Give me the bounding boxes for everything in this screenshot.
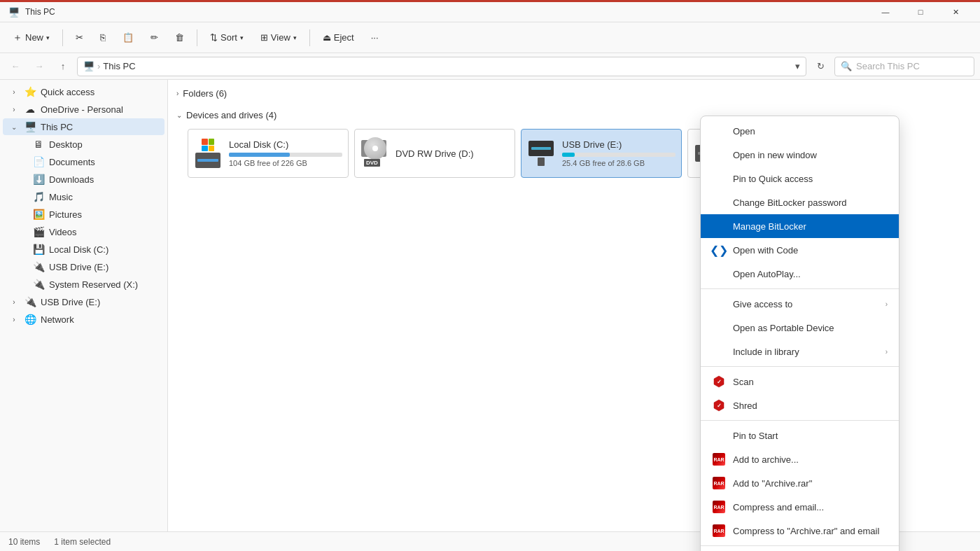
expand-icon: › — [8, 314, 20, 325]
refresh-button[interactable]: ↻ — [811, 57, 830, 76]
ctx-give-access[interactable]: Give access to › — [701, 292, 899, 316]
ctx-manage-bitlocker[interactable]: Manage BitLocker — [701, 214, 899, 238]
expand-icon — [22, 174, 28, 185]
ctx-open-portable[interactable]: Open as Portable Device — [701, 316, 899, 340]
delete-button[interactable]: 🗑 — [168, 29, 191, 46]
minimize-button[interactable]: — — [869, 1, 902, 23]
dvd-d-icon: DVD — [360, 139, 388, 167]
ctx-give-access-arrow: › — [886, 300, 888, 308]
drive-local-disk-c[interactable]: Local Disk (C:) 104 GB free of 226 GB — [188, 129, 349, 178]
paste-button[interactable]: 📋 — [115, 29, 141, 46]
cut-button[interactable]: ✂ — [69, 29, 90, 46]
sidebar-item-pictures[interactable]: 🖼️ Pictures — [3, 206, 164, 223]
svg-text:✓: ✓ — [717, 379, 722, 385]
drive-usb-e[interactable]: USB Drive (E:) 25.4 GB free of 28.6 GB — [521, 129, 682, 178]
usb-2-icon: 🔌 — [24, 295, 36, 308]
eject-button[interactable]: ⏏ Eject — [316, 29, 361, 46]
sidebar-item-local-disk-c[interactable]: 💾 Local Disk (C:) — [3, 241, 164, 258]
view-button[interactable]: ⊞ View ▾ — [253, 29, 304, 46]
path-icon: 🖥️ — [83, 61, 94, 71]
ctx-compress-rar-email[interactable]: RAR Compress to "Archive.rar" and email — [701, 519, 899, 543]
usb-e-space: 25.4 GB free of 28.6 GB — [562, 159, 676, 167]
maximize-button[interactable]: □ — [904, 1, 937, 23]
search-box[interactable]: 🔍 Search This PC — [834, 57, 974, 76]
up-button[interactable]: ↑ — [53, 57, 73, 76]
sidebar-item-onedrive[interactable]: › ☁ OneDrive - Personal — [3, 101, 164, 118]
back-button[interactable]: ← — [6, 57, 25, 76]
ctx-change-bitlocker[interactable]: Change BitLocker password — [701, 190, 899, 214]
ctx-sep-2 — [701, 366, 899, 367]
expand-icon — [22, 139, 28, 150]
sidebar-item-videos[interactable]: 🎬 Videos — [3, 223, 164, 240]
new-button[interactable]: ＋ New ▾ — [6, 28, 57, 48]
ctx-pin-start[interactable]: Pin to Start — [701, 424, 899, 447]
ctx-add-archive[interactable]: RAR Add to archive... — [701, 447, 899, 471]
folders-section-header[interactable]: › Folders (6) — [176, 85, 972, 102]
ctx-pin-start-label: Pin to Start — [733, 431, 888, 441]
local-disk-icon: 💾 — [32, 243, 45, 256]
sidebar-item-system-reserved[interactable]: 🔌 System Reserved (X:) — [3, 276, 164, 293]
ctx-open-code-label: Open with Code — [733, 245, 888, 256]
sort-label: Sort — [220, 32, 237, 43]
sidebar-item-this-pc[interactable]: ⌄ 🖥️ This PC — [3, 118, 164, 135]
address-dropdown-icon[interactable]: ▾ — [795, 61, 800, 71]
sidebar-item-downloads[interactable]: ⬇️ Downloads — [3, 171, 164, 188]
expand-icon — [22, 226, 28, 237]
ctx-scan[interactable]: ✓ Scan — [701, 370, 899, 393]
ctx-open-new-window[interactable]: Open in new window — [701, 143, 899, 167]
dvd-d-name: DVD RW Drive (D:) — [396, 148, 509, 159]
ctx-open[interactable]: Open — [701, 119, 899, 143]
breadcrumb-separator: › — [97, 61, 100, 71]
expand-icon: › — [8, 86, 20, 97]
more-button[interactable]: ··· — [364, 29, 386, 46]
drive-dvd-d[interactable]: DVD DVD RW Drive (D:) — [354, 129, 515, 178]
ctx-sep-3 — [701, 420, 899, 421]
local-disk-c-space: 104 GB free of 226 GB — [229, 159, 342, 167]
close-button[interactable]: ✕ — [939, 1, 972, 23]
copy-tool-button[interactable]: ⎘ — [93, 29, 113, 46]
ctx-compress-rar-email-label: Compress to "Archive.rar" and email — [733, 526, 888, 536]
sidebar-item-desktop[interactable]: 🖥 Desktop — [3, 136, 164, 153]
rename-button[interactable]: ✏ — [144, 29, 165, 46]
ctx-open-icon — [712, 124, 726, 138]
svg-text:✓: ✓ — [717, 403, 722, 409]
ctx-add-archive-rar[interactable]: RAR Add to "Archive.rar" — [701, 471, 899, 495]
ctx-archive-rar-icon: RAR — [712, 476, 726, 490]
ctx-open-autoplay[interactable]: Open AutoPlay... — [701, 262, 899, 286]
ctx-shred[interactable]: ✓ Shred — [701, 393, 899, 417]
sidebar-item-quick-access[interactable]: › ⭐ Quick access — [3, 83, 164, 100]
toolbar-sep-1 — [62, 29, 63, 46]
usb-e-info: USB Drive (E:) 25.4 GB free of 28.6 GB — [562, 139, 676, 167]
ctx-include-library[interactable]: Include in library › — [701, 340, 899, 363]
sidebar-item-usb-2[interactable]: › 🔌 USB Drive (E:) — [3, 293, 164, 310]
drives-section-title: Devices and drives (4) — [186, 110, 276, 120]
sidebar-item-usb-e[interactable]: 🔌 USB Drive (E:) — [3, 258, 164, 275]
documents-icon: 📄 — [32, 155, 45, 168]
ctx-give-access-icon — [712, 297, 726, 311]
forward-button[interactable]: → — [29, 57, 49, 76]
ctx-sep-4 — [701, 545, 899, 546]
search-placeholder: Search This PC — [856, 61, 920, 71]
sort-dropdown-icon: ▾ — [240, 34, 244, 41]
ctx-compress-email[interactable]: RAR Compress and email... — [701, 495, 899, 519]
ctx-pin-quick-access[interactable]: Pin to Quick access — [701, 167, 899, 190]
desktop-icon: 🖥 — [32, 138, 45, 151]
address-path[interactable]: 🖥️ › This PC ▾ — [77, 57, 806, 76]
local-disk-c-bar-bg — [229, 153, 342, 157]
sidebar-item-network[interactable]: › 🌐 Network — [3, 311, 164, 328]
sidebar-item-music[interactable]: 🎵 Music — [3, 188, 164, 205]
rar-icon-2: RAR — [713, 477, 725, 489]
sort-button[interactable]: ⇅ Sort ▾ — [203, 29, 251, 46]
sidebar-item-documents[interactable]: 📄 Documents — [3, 153, 164, 170]
onedrive-icon: ☁ — [24, 103, 36, 116]
expand-icon — [22, 156, 28, 167]
sidebar-item-label: Desktop — [49, 139, 159, 150]
sidebar: › ⭐ Quick access › ☁ OneDrive - Personal… — [0, 80, 168, 531]
expand-icon — [22, 279, 28, 290]
ctx-open-with-code[interactable]: ❮❯ Open with Code — [701, 238, 899, 262]
dvd-disc-icon: DVD — [361, 140, 388, 167]
sidebar-item-label: Local Disk (C:) — [49, 244, 159, 255]
sidebar-item-label: USB Drive (E:) — [41, 297, 159, 307]
ctx-open-label: Open — [733, 126, 888, 137]
eject-label: Eject — [334, 32, 354, 43]
